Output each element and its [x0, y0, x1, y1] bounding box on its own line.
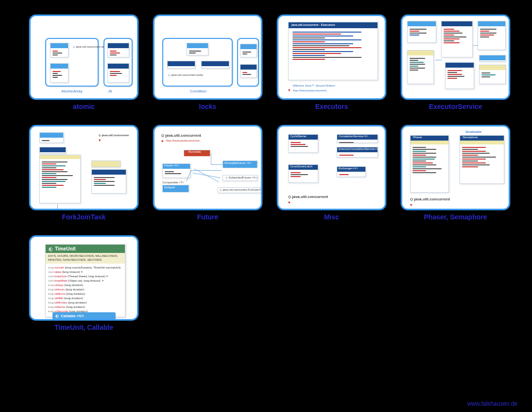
card-executorservice[interactable]: ExecutorService [398, 15, 513, 110]
card-misc[interactable]: CyclicBarrier CompletionService<V> Execu… [275, 125, 389, 221]
thumb-forkjointask[interactable]: ◇ java.util.concurrent ♥ [29, 125, 138, 210]
card-timeunit-callable[interactable]: ◐TimeUnit DAYS, HOURS, MICROSECONDS, MIL… [27, 235, 141, 331]
caption: Phaser, Semaphore [424, 213, 487, 221]
card-future[interactable]: ◇ java.util.concurrent ♥ http://www.java… [151, 125, 265, 221]
caption: Future [197, 213, 219, 221]
caption: ExecutorService [429, 103, 482, 110]
thumbnail-grid: ◇ java.util.concurrent.atomic AtomicArra… [0, 0, 532, 336]
thumb-timeunit-callable[interactable]: ◐TimeUnit DAYS, HOURS, MICROSECONDS, MIL… [29, 235, 138, 321]
caption: locks [199, 103, 217, 110]
card-locks[interactable]: ◇ java.util.concurrent.locks Condition l… [151, 15, 265, 110]
caption: Misc [324, 213, 339, 221]
thumb-executors[interactable]: java.util.concurrent - Executors ♥ Effec… [277, 15, 386, 100]
caption: atomic [73, 103, 95, 110]
timeunit-panel: ◐TimeUnit DAYS, HOURS, MICROSECONDS, MIL… [45, 244, 125, 317]
card-phaser-semaphore[interactable]: Serializable Phaser [398, 125, 513, 221]
card-atomic[interactable]: ◇ java.util.concurrent.atomic AtomicArra… [27, 15, 141, 110]
footer-link[interactable]: www.falkhausen.de [467, 400, 517, 407]
thumb-executorservice[interactable] [401, 15, 510, 100]
thumb-future[interactable]: ◇ java.util.concurrent ♥ http://www.java… [153, 125, 262, 210]
thumb-atomic[interactable]: ◇ java.util.concurrent.atomic AtomicArra… [29, 15, 138, 100]
callable-strip: ◐Callable <V> [52, 312, 116, 319]
timeunit-methods: long convert (long sourceDuration, TimeU… [46, 264, 125, 317]
thumb-locks[interactable]: ◇ java.util.concurrent.locks Condition [153, 15, 262, 100]
card-forkjointask[interactable]: ◇ java.util.concurrent ♥ ForkJoinTask [27, 125, 141, 221]
caption: Executors [315, 103, 348, 110]
card-executors[interactable]: java.util.concurrent - Executors ♥ Effec… [275, 15, 389, 110]
sub-caption: AtomicArray [50, 89, 94, 93]
sub-caption: Condition [181, 89, 215, 93]
thumb-phaser-semaphore[interactable]: Serializable Phaser [401, 125, 510, 210]
caption: ForkJoinTask [62, 213, 106, 221]
caption: TimeUnit, Callable [54, 323, 113, 331]
thumb-misc[interactable]: CyclicBarrier CompletionService<V> Execu… [277, 125, 386, 210]
timeunit-units: DAYS, HOURS, MICROSECONDS, MILLISECONDS,… [46, 253, 125, 264]
timeunit-title: TimeUnit [55, 246, 76, 251]
